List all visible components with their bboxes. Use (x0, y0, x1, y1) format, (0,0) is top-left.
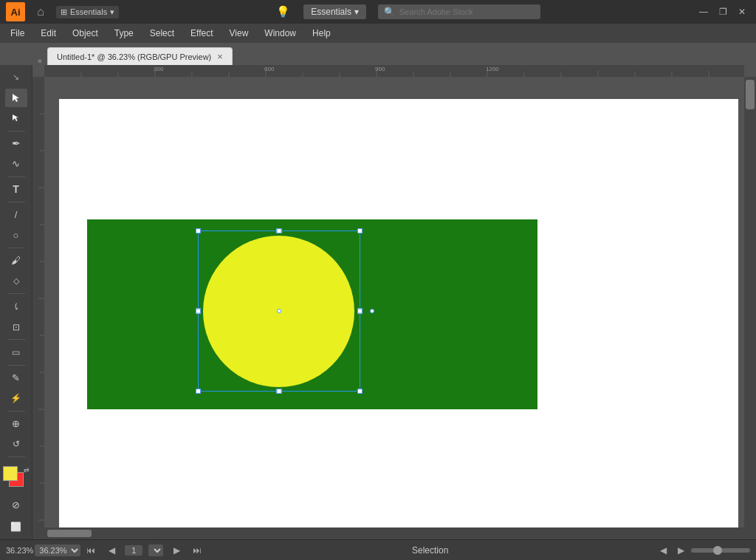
close-button[interactable]: ✕ (734, 4, 750, 20)
document-tab-close[interactable]: × (217, 51, 223, 62)
paintbrush-tool[interactable]: 🖌 (5, 251, 27, 270)
eyedropper-tool[interactable]: ✎ (5, 369, 27, 388)
title-bar-center: 💡 Essentials ▾ 🔍 (274, 3, 540, 21)
curvature-tool[interactable]: ∿ (5, 154, 27, 174)
ellipse-tool[interactable]: ○ (5, 226, 27, 245)
type-tool[interactable]: T (5, 180, 27, 199)
swap-colors-icon[interactable]: ⇄ (24, 466, 30, 474)
menu-bar: File Edit Object Type Select Effect View… (0, 24, 756, 43)
tool-separator-6 (7, 339, 25, 340)
essentials-label: Essentials (311, 7, 351, 17)
svg-rect-23 (32, 77, 44, 539)
menu-item-window[interactable]: Window (257, 26, 303, 41)
tool-separator-8 (7, 411, 25, 412)
zoom-slider-thumb[interactable] (713, 546, 722, 555)
page-number-input[interactable] (125, 545, 142, 556)
nav-first-button[interactable]: ⏮ (83, 543, 98, 558)
search-input[interactable] (399, 7, 525, 16)
tool-separator-1 (7, 131, 25, 132)
zoom-value: 36.23% (6, 546, 33, 555)
color-boxes: ⇄ (3, 463, 30, 493)
chevron-down-icon: ▾ (354, 7, 359, 17)
artboard-nav: ⏮ ◀ ▾ ▶ ⏭ (83, 543, 205, 558)
main-area: ↘ ✒ ∿ T / ○ 🖌 ◇ ⤹ ⊡ ▭ ✎ ⚡ ⊕ ↺ (0, 65, 756, 539)
status-tool-name: Selection (207, 545, 653, 556)
ai-logo: Ai (6, 2, 25, 21)
direct-selection-tool[interactable] (5, 109, 27, 128)
grid-icon: ⊞ (61, 7, 67, 17)
tool-separator-9 (7, 457, 25, 457)
tool-separator-5 (7, 293, 25, 294)
playback-controls: ◀ ▶ (656, 543, 688, 558)
menu-item-object[interactable]: Object (65, 26, 106, 41)
nav-next-button[interactable]: ▶ (169, 543, 184, 558)
rotate-view-tool[interactable]: ↺ (5, 434, 27, 454)
ruler-left (32, 77, 44, 539)
svg-text:1200: 1200 (486, 66, 499, 72)
foreground-color-box[interactable] (3, 466, 18, 481)
menu-item-type[interactable]: Type (107, 26, 141, 41)
zoom-dropdown[interactable]: 36.23% 50% 100% (35, 544, 80, 556)
ruler-top: 300 600 900 1200 (44, 65, 744, 77)
yellow-circle[interactable] (203, 236, 354, 387)
playback-prev[interactable]: ◀ (656, 543, 670, 558)
pen-tool[interactable]: ✒ (5, 134, 27, 154)
page-dropdown[interactable]: ▾ (148, 544, 163, 556)
search-icon: 🔍 (384, 7, 395, 17)
nav-last-button[interactable]: ⏭ (190, 543, 205, 558)
chevron-down-icon: ▾ (110, 7, 114, 17)
title-bar-right: — ❐ ✕ (695, 4, 750, 20)
svg-text:300: 300 (154, 66, 164, 72)
search-bar[interactable]: 🔍 (378, 4, 540, 19)
selection-indicator-tool[interactable]: ↘ (5, 68, 27, 87)
scrollbar-bottom[interactable] (44, 527, 744, 539)
selection-tool[interactable] (5, 89, 27, 108)
horizontal-scrollbar-thumb[interactable] (47, 530, 92, 537)
menu-item-effect[interactable]: Effect (183, 26, 220, 41)
reshape-tool[interactable]: ⤹ (5, 297, 27, 316)
rectangle-tool[interactable]: ▭ (5, 343, 27, 362)
menu-item-help[interactable]: Help (305, 26, 338, 41)
artboard (59, 99, 738, 527)
menu-item-view[interactable]: View (222, 26, 256, 41)
playback-next[interactable]: ▶ (673, 543, 688, 558)
line-tool[interactable]: / (5, 205, 27, 225)
tab-bar: « Untitled-1* @ 36.23% (RGB/GPU Preview)… (0, 43, 756, 65)
menu-item-select[interactable]: Select (142, 26, 182, 41)
lightbulb-button[interactable]: 💡 (274, 3, 292, 21)
scrollbar-right[interactable] (744, 77, 756, 539)
free-transform-tool[interactable]: ⊡ (5, 318, 27, 337)
title-bar: Ai ⌂ ⊞ Essentials ▾ 💡 Essentials ▾ 🔍 — ❐… (0, 0, 756, 24)
zoom-slider[interactable] (691, 548, 750, 553)
title-bar-left: Ai ⌂ ⊞ Essentials ▾ (6, 2, 119, 21)
essentials-button[interactable]: Essentials ▾ (303, 4, 366, 19)
workspace-switcher[interactable]: ⊞ Essentials ▾ (56, 6, 119, 18)
change-screen-mode[interactable]: ⬜ (5, 517, 27, 536)
blob-tool[interactable]: ◇ (5, 272, 27, 291)
zoom-display: 36.23% 36.23% 50% 100% (6, 544, 80, 556)
zoom-tool[interactable]: ⊕ (5, 414, 27, 434)
maximize-button[interactable]: ❐ (715, 4, 731, 20)
canvas-viewport[interactable] (44, 77, 744, 539)
tool-separator-2 (7, 177, 25, 177)
tool-separator-3 (7, 202, 25, 202)
nav-prev-button[interactable]: ◀ (104, 543, 119, 558)
minimize-button[interactable]: — (695, 4, 712, 20)
menu-item-edit[interactable]: Edit (33, 26, 63, 41)
blend-tool[interactable]: ⚡ (5, 389, 27, 408)
canvas-area[interactable]: 300 600 900 1200 (32, 65, 756, 539)
home-button[interactable]: ⌂ (31, 2, 50, 21)
vertical-scrollbar-thumb[interactable] (746, 80, 755, 109)
tool-separator-7 (7, 365, 25, 366)
menu-item-file[interactable]: File (3, 26, 32, 41)
svg-text:600: 600 (264, 66, 275, 72)
document-tab[interactable]: Untitled-1* @ 36.23% (RGB/GPU Preview) × (47, 47, 233, 65)
document-tab-title: Untitled-1* @ 36.23% (RGB/GPU Preview) (57, 52, 211, 61)
svg-rect-0 (44, 65, 744, 77)
panel-collapse-btn[interactable]: « (32, 57, 47, 65)
svg-text:900: 900 (375, 66, 385, 72)
none-color-btn[interactable]: ⊘ (5, 496, 27, 515)
status-bar: 36.23% 36.23% 50% 100% ⏮ ◀ ▾ ▶ ⏭ Selecti… (0, 539, 756, 560)
tool-separator-4 (7, 247, 25, 248)
workspace-switcher-label: Essentials (70, 7, 107, 16)
